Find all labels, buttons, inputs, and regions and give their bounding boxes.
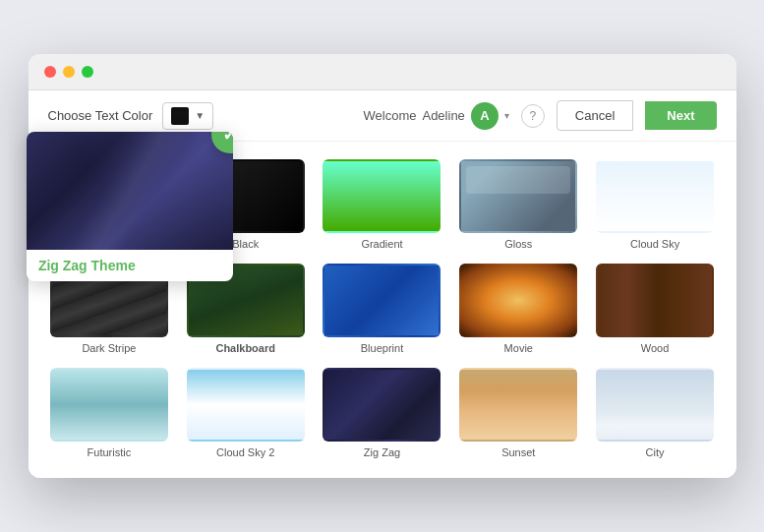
theme-item-gradient[interactable]: Gradient bbox=[321, 159, 443, 250]
cancel-button[interactable]: Cancel bbox=[557, 100, 633, 131]
chevron-down-icon: ▼ bbox=[195, 110, 205, 121]
theme-thumb-city bbox=[596, 368, 714, 442]
theme-label-movie: Movie bbox=[504, 342, 533, 354]
theme-thumb-zigzag2 bbox=[323, 368, 441, 442]
theme-thumb-movie bbox=[459, 264, 577, 337]
selected-theme-thumb: ✓ bbox=[27, 132, 233, 250]
toolbar-left: Choose Text Color ▼ bbox=[48, 102, 214, 130]
theme-thumb-blueprint bbox=[323, 264, 441, 337]
theme-label-blueprint: Blueprint bbox=[361, 342, 403, 354]
themes-grid: ✓Zig Zag ThemeZig Zag ThemeBlackGradient… bbox=[29, 142, 736, 478]
selected-theme-card: ✓Zig Zag Theme bbox=[27, 132, 233, 281]
theme-label-city: City bbox=[646, 446, 665, 458]
theme-label-gloss: Gloss bbox=[504, 238, 532, 250]
theme-thumb-wood bbox=[596, 264, 714, 337]
theme-label-darkstripe: Dark Stripe bbox=[82, 342, 136, 354]
theme-label-chalkboard: Chalkboard bbox=[215, 342, 275, 354]
theme-item-zigzag[interactable]: ✓Zig Zag ThemeZig Zag Theme bbox=[48, 159, 171, 250]
theme-label-black: Black bbox=[232, 238, 259, 250]
theme-item-sunset[interactable]: Sunset bbox=[457, 368, 580, 458]
theme-item-city[interactable]: City bbox=[594, 368, 717, 458]
toolbar-right: Welcome Adeline A ▾ ? Cancel Next bbox=[364, 100, 717, 131]
theme-thumb-cloudsky bbox=[596, 159, 714, 233]
theme-thumb-cloudsky2 bbox=[187, 368, 305, 442]
minimize-dot[interactable] bbox=[63, 66, 75, 78]
app-window: Choose Text Color ▼ Welcome Adeline A ▾ … bbox=[29, 54, 736, 478]
help-button[interactable]: ? bbox=[521, 104, 545, 128]
theme-item-futuristic[interactable]: Futuristic bbox=[48, 368, 171, 458]
text-color-label: Choose Text Color bbox=[48, 108, 153, 123]
theme-item-wood[interactable]: Wood bbox=[594, 264, 717, 354]
selected-theme-label: Zig Zag Theme bbox=[27, 250, 233, 281]
welcome-text: Welcome bbox=[364, 108, 417, 123]
chevron-down-icon[interactable]: ▾ bbox=[504, 110, 509, 121]
theme-item-movie[interactable]: Movie bbox=[457, 264, 580, 354]
avatar[interactable]: A bbox=[471, 102, 499, 130]
theme-item-cloudsky2[interactable]: Cloud Sky 2 bbox=[184, 368, 307, 458]
maximize-dot[interactable] bbox=[82, 66, 93, 78]
theme-label-sunset: Sunset bbox=[501, 446, 535, 458]
theme-label-futuristic: Futuristic bbox=[88, 446, 132, 458]
selected-check-icon: ✓ bbox=[211, 132, 233, 153]
theme-thumb-zigzag: ✓Zig Zag Theme bbox=[50, 159, 168, 233]
theme-item-gloss[interactable]: Gloss bbox=[457, 159, 580, 250]
user-name: Adeline bbox=[422, 108, 464, 123]
theme-thumb-futuristic bbox=[50, 368, 168, 442]
theme-item-cloudsky[interactable]: Cloud Sky bbox=[594, 159, 717, 250]
theme-thumb-sunset bbox=[459, 368, 577, 442]
theme-thumb-gloss bbox=[459, 159, 577, 233]
titlebar bbox=[29, 54, 736, 90]
welcome-area: Welcome Adeline A ▾ bbox=[364, 102, 509, 130]
theme-thumb-gradient bbox=[323, 159, 441, 233]
next-button[interactable]: Next bbox=[645, 101, 716, 130]
theme-label-gradient: Gradient bbox=[361, 238, 402, 250]
theme-item-zigzag2[interactable]: Zig Zag bbox=[321, 368, 443, 458]
theme-label-wood: Wood bbox=[641, 342, 670, 354]
theme-label-zigzag2: Zig Zag bbox=[364, 446, 400, 458]
theme-label-cloudsky2: Cloud Sky 2 bbox=[216, 446, 274, 458]
color-swatch bbox=[171, 107, 189, 125]
theme-label-cloudsky: Cloud Sky bbox=[630, 238, 679, 250]
theme-item-blueprint[interactable]: Blueprint bbox=[321, 264, 443, 354]
color-picker[interactable]: ▼ bbox=[162, 102, 213, 130]
close-dot[interactable] bbox=[44, 66, 56, 78]
